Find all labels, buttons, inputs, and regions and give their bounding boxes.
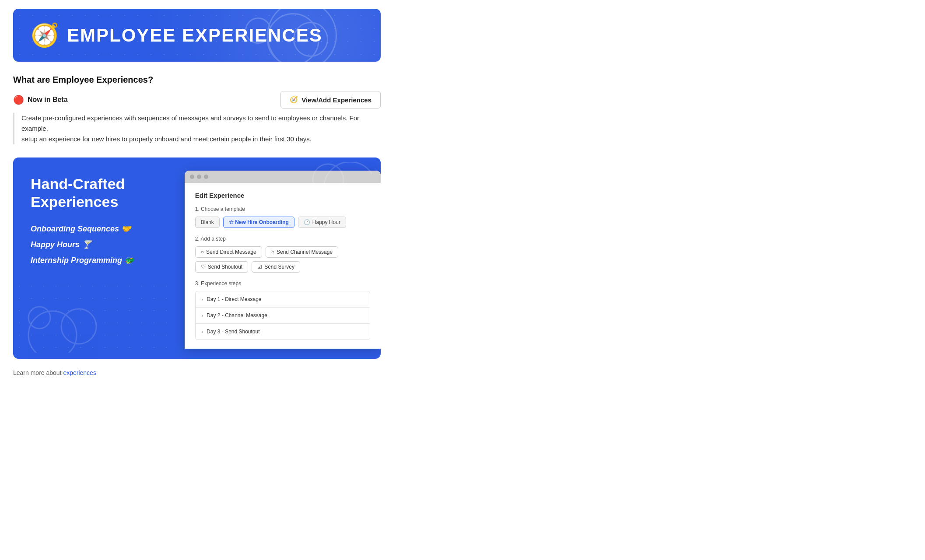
step-row-0[interactable]: › Day 1 - Direct Message [196, 291, 370, 308]
beta-text: Now in Beta [28, 96, 68, 104]
send-direct-message-button[interactable]: ○ Send Direct Message [195, 246, 262, 258]
experiences-link[interactable]: experiences [63, 369, 96, 376]
step-row-1[interactable]: › Day 2 - Channel Message [196, 308, 370, 324]
chevron-icon-0: › [202, 297, 203, 302]
panel-dot-2 [197, 175, 201, 179]
hero-title: EMPLOYEE EXPERIENCES [67, 25, 322, 46]
description-text: Create pre-configured experiences with s… [21, 113, 381, 144]
svg-point-2 [28, 307, 50, 329]
section-heading: What are Employee Experiences? [13, 75, 381, 85]
experience-steps-list: › Day 1 - Direct Message › Day 2 - Chann… [195, 291, 370, 340]
panel-dot-1 [190, 175, 194, 179]
card-circles-decoration [26, 283, 105, 353]
svg-point-4 [313, 164, 343, 195]
step-label-2: Day 3 - Send Shoutout [207, 329, 259, 335]
learn-more-text: Learn more about experiences [13, 369, 381, 376]
dm-icon: ○ [201, 249, 204, 255]
template-new-hire-button[interactable]: ☆ New Hire Onboarding [223, 217, 294, 228]
survey-icon: ☑ [257, 264, 262, 270]
feature-list-item-2: Internship Programming 🐲 [31, 256, 154, 265]
beta-row: 🔴 Now in Beta 🧭 View/Add Experiences [13, 91, 381, 108]
channel-icon: ○ [271, 249, 274, 255]
template-blank-button[interactable]: Blank [195, 217, 220, 228]
panel-dot-3 [204, 175, 208, 179]
section3-label: 3. Experience steps [195, 280, 370, 287]
feature-card: Hand-Crafted Experiences Onboarding Sequ… [13, 158, 381, 359]
chevron-icon-1: › [202, 313, 203, 318]
view-add-label: View/Add Experiences [301, 96, 371, 104]
feature-card-title: Hand-Crafted Experiences [31, 175, 154, 211]
hero-banner: 🧭 EMPLOYEE EXPERIENCES [13, 9, 381, 62]
send-survey-button[interactable]: ☑ Send Survey [252, 261, 300, 273]
step-row-2[interactable]: › Day 3 - Send Shoutout [196, 324, 370, 340]
step-label-0: Day 1 - Direct Message [207, 296, 261, 302]
feature-card-left: Hand-Crafted Experiences Onboarding Sequ… [13, 158, 168, 359]
star-icon: ☆ [229, 219, 234, 225]
feature-list-item-1: Happy Hours 🍸 [31, 240, 154, 249]
step-label-1: Day 2 - Channel Message [207, 312, 267, 318]
beta-label: 🔴 Now in Beta [13, 94, 68, 105]
beta-icon: 🔴 [13, 94, 24, 105]
svg-point-0 [28, 311, 77, 353]
description-block: Create pre-configured experiences with s… [13, 113, 381, 144]
right-circles-decoration [284, 162, 372, 249]
view-add-compass-icon: 🧭 [290, 96, 298, 104]
view-add-experiences-button[interactable]: 🧭 View/Add Experiences [280, 91, 381, 108]
chevron-icon-2: › [202, 329, 203, 334]
shoutout-icon: ♡ [201, 264, 206, 270]
feature-list-item-0: Onboarding Sequences 🤝 [31, 224, 154, 234]
hero-compass-icon: 🧭 [31, 22, 59, 49]
feature-card-right: Edit Experience 1. Choose a template Bla… [168, 158, 381, 359]
svg-point-1 [61, 309, 96, 344]
send-shoutout-button[interactable]: ♡ Send Shoutout [195, 261, 248, 273]
